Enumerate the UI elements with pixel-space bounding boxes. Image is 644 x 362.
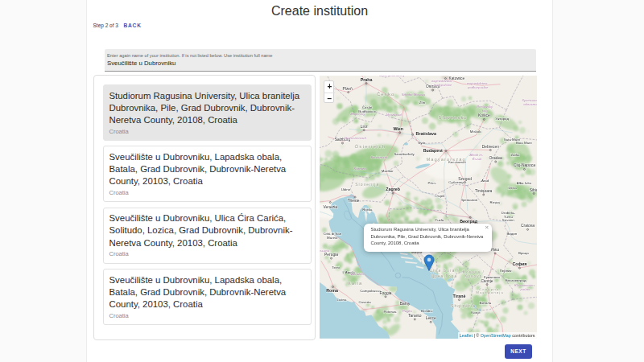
svg-text:Slovenija: Slovenija bbox=[355, 182, 379, 187]
svg-text:Zagreb: Zagreb bbox=[386, 187, 400, 191]
svg-text:Plzeň: Plzeň bbox=[342, 87, 353, 91]
svg-text:Видин: Видин bbox=[506, 232, 517, 236]
svg-text:Magyarország: Magyarország bbox=[426, 157, 465, 162]
svg-text:Trieste: Trieste bbox=[347, 199, 359, 203]
svg-text:София: София bbox=[512, 261, 526, 266]
svg-text:Košice: Košice bbox=[478, 113, 490, 117]
svg-text:Зрењанин: Зрењанин bbox=[460, 198, 477, 202]
svg-text:Maribor: Maribor bbox=[381, 169, 393, 173]
svg-text:Jihočeský: Jihočeský bbox=[349, 112, 365, 116]
svg-text:Steiermark: Steiermark bbox=[370, 155, 388, 159]
svg-text:Pécs: Pécs bbox=[427, 181, 436, 185]
svg-text:Црна Гора: Црна Гора bbox=[431, 274, 457, 278]
svg-text:Oberösterreich: Oberösterreich bbox=[343, 136, 366, 140]
svg-text:Észak: Észak bbox=[472, 157, 482, 161]
svg-text:Zlín: Zlín bbox=[419, 101, 425, 105]
svg-text:Severomoravský: Severomoravský bbox=[378, 76, 405, 77]
svg-text:Београд: Београд bbox=[460, 219, 477, 224]
svg-text:Zalău: Zalău bbox=[510, 153, 520, 157]
svg-text:Kosova /: Kosova / bbox=[462, 270, 484, 274]
svg-text:małopolskie: małopolskie bbox=[433, 83, 452, 87]
svg-text:Shqipëria: Shqipëria bbox=[450, 303, 475, 308]
svg-text:Latina: Latina bbox=[336, 298, 347, 302]
svg-text:Скопје: Скопје bbox=[481, 279, 493, 283]
svg-text:Miskolc: Miskolc bbox=[469, 130, 481, 134]
svg-text:kraj: kraj bbox=[481, 109, 488, 113]
svg-text:Perugia: Perugia bbox=[324, 253, 338, 257]
svg-text:Praha: Praha bbox=[360, 77, 372, 82]
svg-text:Битола: Битола bbox=[479, 301, 491, 305]
svg-text:Puglia: Puglia bbox=[402, 309, 412, 313]
svg-text:Jihozápad: Jihozápad bbox=[385, 113, 402, 117]
svg-text:Debrecen: Debrecen bbox=[481, 145, 498, 149]
svg-text:Slovensko: Slovensko bbox=[438, 115, 467, 120]
svg-text:Baia Mare: Baia Mare bbox=[515, 141, 532, 145]
svg-text:Brindisi: Brindisi bbox=[421, 309, 432, 313]
svg-text:Bari: Bari bbox=[399, 302, 407, 306]
svg-text:район: район bbox=[519, 287, 530, 291]
svg-text:Суботица: Суботица bbox=[448, 180, 464, 184]
svg-text:Osijek: Osijek bbox=[435, 194, 445, 198]
svg-text:Lecce: Lecce bbox=[425, 316, 436, 320]
svg-text:České: České bbox=[361, 105, 372, 109]
svg-text:Sibiu: Sibiu bbox=[529, 188, 536, 192]
svg-text:Timișoara: Timișoara bbox=[475, 189, 493, 193]
svg-text:Toscana: Toscana bbox=[320, 249, 330, 253]
svg-text:Враца: Враца bbox=[518, 251, 529, 255]
svg-text:Taranto: Taranto bbox=[408, 314, 422, 318]
svg-text:Kosovo: Kosovo bbox=[464, 274, 482, 278]
svg-text:Szombathely: Szombathely bbox=[394, 152, 415, 156]
svg-text:Česko: Česko bbox=[376, 92, 394, 97]
svg-text:Kärnten: Kärnten bbox=[353, 167, 366, 171]
svg-text:Tuzla: Tuzla bbox=[435, 218, 444, 222]
svg-text:Severin: Severin bbox=[502, 218, 514, 222]
svg-text:область: область bbox=[523, 102, 537, 106]
svg-text:Abruzzo: Abruzzo bbox=[350, 272, 364, 276]
svg-text:Ужгород: Ужгород bbox=[495, 117, 509, 121]
svg-text:Oradea: Oradea bbox=[489, 156, 502, 160]
svg-text:Македонија: Македонија bbox=[476, 290, 504, 294]
svg-text:Ниш: Ниш bbox=[491, 248, 499, 252]
svg-text:Korçë: Korçë bbox=[471, 311, 481, 315]
svg-text:Caserta: Caserta bbox=[358, 300, 371, 304]
svg-text:Craiova: Craiova bbox=[521, 224, 535, 228]
svg-text:Marino: Marino bbox=[327, 236, 338, 240]
svg-text:Перник: Перник bbox=[499, 269, 511, 273]
svg-text:podkarpackie: podkarpackie bbox=[466, 85, 488, 89]
svg-text:Österreich: Österreich bbox=[354, 144, 386, 149]
svg-text:Arad: Arad bbox=[481, 179, 489, 183]
svg-text:Roma: Roma bbox=[326, 288, 338, 293]
svg-text:Terni: Terni bbox=[332, 265, 340, 269]
svg-text:Deva: Deva bbox=[508, 186, 517, 190]
svg-text:Foggia: Foggia bbox=[379, 291, 391, 295]
svg-text:Reșița: Reșița bbox=[489, 200, 500, 204]
svg-text:Potenza: Potenza bbox=[383, 310, 397, 314]
svg-text:Tiranë: Tiranë bbox=[452, 294, 465, 298]
svg-text:Venezia: Venezia bbox=[323, 205, 337, 209]
svg-text:Bratislava: Bratislava bbox=[415, 131, 436, 136]
svg-text:Udine: Udine bbox=[341, 187, 350, 191]
svg-text:Rijeka: Rijeka bbox=[362, 208, 373, 212]
svg-text:Благоевград: Благоевград bbox=[505, 278, 526, 282]
svg-text:Cluj-Napoca: Cluj-Napoca bbox=[513, 163, 535, 167]
svg-text:Campobasso: Campobasso bbox=[360, 289, 381, 293]
svg-text:Budapest: Budapest bbox=[423, 148, 442, 153]
svg-text:Střední Morava: Střední Morava bbox=[401, 93, 425, 97]
svg-text:Alba Iulia: Alba Iulia bbox=[516, 181, 531, 185]
svg-text:Wien: Wien bbox=[393, 126, 403, 131]
svg-text:Italia: Italia bbox=[347, 281, 362, 286]
svg-text:Linz: Linz bbox=[360, 125, 368, 129]
svg-text:Győr: Győr bbox=[417, 141, 425, 145]
